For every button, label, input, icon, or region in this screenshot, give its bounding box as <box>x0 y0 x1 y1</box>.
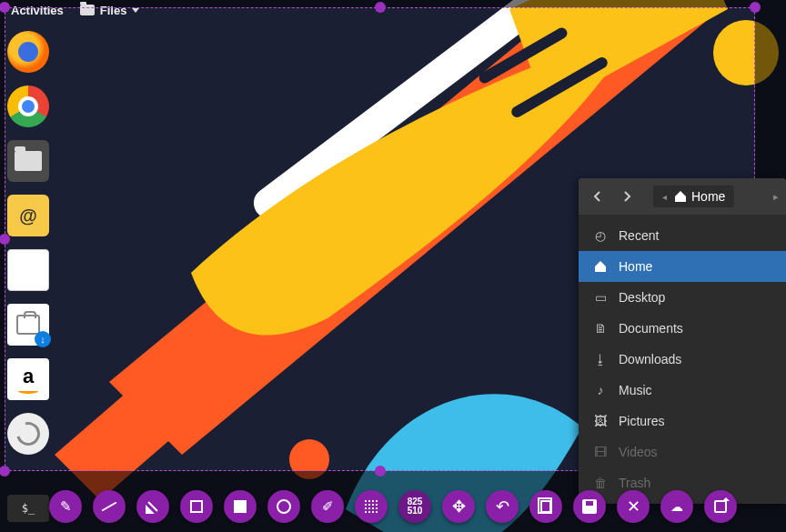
resize-handle[interactable] <box>375 2 386 13</box>
clock-icon: ◴ <box>593 228 608 243</box>
screenshot-toolbar: ✎ ✐ 825510 ✥ ↶ ✕ ☁ <box>0 490 786 523</box>
tool-arrow[interactable] <box>136 490 169 523</box>
tool-open[interactable] <box>704 490 737 523</box>
desktop-icon: ▭ <box>593 290 608 305</box>
path-bar-home[interactable]: ◂ Home <box>653 186 734 207</box>
place-pictures[interactable]: 🖼 Pictures <box>579 406 786 437</box>
caret-right-icon[interactable]: ▸ <box>773 191 779 203</box>
document-icon: 🗎 <box>593 321 608 336</box>
tool-circle[interactable] <box>267 490 300 523</box>
video-icon: 🎞 <box>593 445 608 459</box>
place-home[interactable]: Home <box>579 251 786 282</box>
picture-icon: 🖼 <box>593 414 608 428</box>
caret-left-icon: ◂ <box>662 192 667 202</box>
resize-handle[interactable] <box>375 466 386 477</box>
arrow-left-icon <box>590 189 605 204</box>
nav-forward-button[interactable] <box>613 184 640 209</box>
resize-handle[interactable] <box>750 2 761 13</box>
music-icon: ♪ <box>593 383 608 397</box>
tool-rectangle[interactable] <box>180 490 213 523</box>
tool-upload[interactable]: ☁ <box>660 490 693 523</box>
tool-line[interactable] <box>93 490 126 523</box>
place-downloads[interactable]: ⭳ Downloads <box>579 344 786 375</box>
desktop-root: Activities Files @ ↓ a $_ 201 1( 822 b t… <box>0 0 786 532</box>
tool-marker[interactable]: ✐ <box>311 490 344 523</box>
download-icon: ⭳ <box>593 352 608 366</box>
tool-save[interactable] <box>573 490 606 523</box>
tool-blur[interactable] <box>355 490 388 523</box>
tool-copy[interactable] <box>529 490 562 523</box>
files-window: ◂ Home ▸ ◴ Recent Home ▭ Desktop <box>579 178 786 504</box>
tool-move[interactable]: ✥ <box>442 490 475 523</box>
home-icon <box>673 189 688 204</box>
place-music[interactable]: ♪ Music <box>579 375 786 406</box>
home-icon <box>593 259 608 274</box>
tool-pencil[interactable]: ✎ <box>49 490 82 523</box>
place-documents[interactable]: 🗎 Documents <box>579 313 786 344</box>
trash-icon: 🗑 <box>593 476 608 490</box>
place-recent[interactable]: ◴ Recent <box>579 220 786 251</box>
files-header: ◂ Home ▸ <box>579 178 786 215</box>
tool-close[interactable]: ✕ <box>617 490 650 523</box>
place-videos[interactable]: 🎞 Videos <box>579 437 786 467</box>
nav-back-button[interactable] <box>584 184 611 209</box>
path-bar-label: Home <box>691 189 725 204</box>
tool-undo[interactable]: ↶ <box>486 490 519 523</box>
selection-size-indicator: 825510 <box>398 490 431 523</box>
arrow-right-icon <box>620 189 634 204</box>
files-places-list: ◴ Recent Home ▭ Desktop 🗎 Documents ⭳ Do… <box>579 215 786 504</box>
place-desktop[interactable]: ▭ Desktop <box>579 282 786 313</box>
tool-filled-rectangle[interactable] <box>224 490 257 523</box>
